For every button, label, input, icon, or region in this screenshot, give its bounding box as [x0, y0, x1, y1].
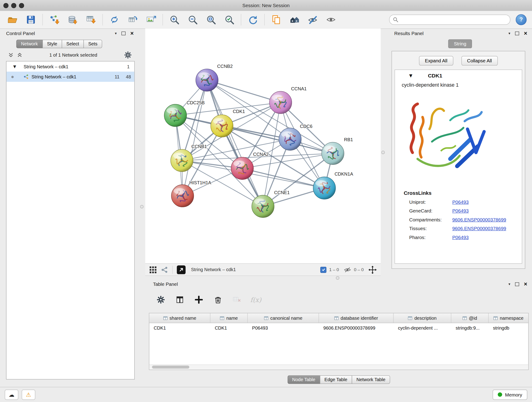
- panel-menu-icon[interactable]: ▾: [115, 31, 117, 36]
- export-image-button[interactable]: [143, 12, 159, 27]
- network-node-CDC6[interactable]: CDC6: [279, 124, 312, 150]
- cell-id[interactable]: stringdb:9...: [451, 325, 489, 330]
- import-table-button[interactable]: [83, 12, 99, 27]
- cell-database-identifier[interactable]: 9606.ENSP00000378699: [319, 325, 394, 330]
- delete-column-button[interactable]: [211, 293, 224, 306]
- panel-float-icon[interactable]: [515, 32, 519, 35]
- open-session-button[interactable]: [4, 12, 21, 27]
- copy-button[interactable]: [268, 12, 284, 27]
- network-node-CCNB2[interactable]: CCNB2: [196, 64, 233, 91]
- network-edge-CCNB2-CCNA1[interactable]: [207, 80, 280, 102]
- panel-close-icon[interactable]: ×: [524, 281, 527, 287]
- genecard-link[interactable]: P06493: [452, 208, 469, 214]
- compartments-link[interactable]: 9606.ENSP00000378699: [452, 217, 506, 222]
- column-header[interactable]: name: [210, 313, 248, 323]
- scrollbar-thumb[interactable]: [152, 366, 189, 369]
- network-node-HIST1H1A[interactable]: HIST1H1A: [171, 180, 211, 207]
- apply-layout-button[interactable]: [245, 12, 261, 27]
- column-header[interactable]: description: [394, 313, 451, 323]
- pan-move-icon[interactable]: [368, 266, 377, 274]
- table-row[interactable]: CDK1 CDK1 P06493 9606.ENSP00000378699 cy…: [149, 323, 528, 332]
- network-node-CDKN1A[interactable]: CDKN1A: [313, 172, 353, 199]
- cell-shared-name[interactable]: CDK1: [149, 325, 210, 330]
- cell-description[interactable]: cyclin-dependent ...: [394, 325, 451, 330]
- cell-canonical-name[interactable]: P06493: [248, 325, 319, 330]
- show-graphics-details-button[interactable]: [323, 12, 339, 27]
- panel-close-icon[interactable]: ×: [130, 31, 134, 36]
- tissues-link[interactable]: 9606.ENSP00000378699: [452, 226, 506, 231]
- pharos-link[interactable]: P06493: [452, 235, 469, 240]
- zoom-selected-button[interactable]: [221, 12, 238, 27]
- panel-float-icon[interactable]: [515, 282, 519, 286]
- network-edge-CCNB2-HIST1H1A[interactable]: [183, 80, 207, 196]
- collapse-collection-icon[interactable]: ▼: [13, 64, 16, 69]
- expand-tree-icon[interactable]: [8, 52, 14, 58]
- tab-string[interactable]: String: [448, 39, 472, 48]
- tab-node-table[interactable]: Node Table: [288, 375, 320, 384]
- network-graph[interactable]: CCNB2CCNA1CDC25BCDK1CDC6RB1CCNB1CCNA2CDK…: [145, 28, 381, 263]
- panel-float-icon[interactable]: [121, 32, 126, 35]
- cell-namespace[interactable]: stringdb: [488, 325, 528, 330]
- network-edge-CCNB2-CCNE1[interactable]: [207, 80, 263, 206]
- network-node-CCNA1[interactable]: CCNA1: [269, 86, 307, 114]
- help-button[interactable]: ?: [516, 14, 526, 25]
- delete-table-button[interactable]: [230, 293, 243, 306]
- tab-network-table[interactable]: Network Table: [352, 375, 390, 384]
- uniprot-link[interactable]: P06493: [452, 199, 469, 205]
- collapse-all-button[interactable]: Collapse All: [461, 56, 498, 65]
- hidden-eye-slash-icon[interactable]: [344, 266, 351, 274]
- cloud-button[interactable]: ☁: [5, 389, 18, 400]
- show-columns-button[interactable]: [173, 293, 186, 306]
- save-session-button[interactable]: [23, 12, 39, 27]
- network-canvas[interactable]: CCNB2CCNA1CDC25BCDK1CDC6RB1CCNB1CCNA2CDK…: [145, 28, 381, 263]
- memory-button[interactable]: Memory: [493, 389, 527, 400]
- column-header[interactable]: @id: [451, 313, 489, 323]
- create-column-button[interactable]: [192, 293, 205, 306]
- network-edge-CCNA2-CDKN1A[interactable]: [242, 168, 324, 188]
- zoom-window-button[interactable]: [19, 3, 24, 8]
- panel-menu-icon[interactable]: ▾: [508, 282, 510, 286]
- network-tree-item[interactable]: ● String Network – cdk1 11 48: [6, 71, 134, 82]
- zoom-out-button[interactable]: [185, 12, 201, 27]
- new-table-button[interactable]: [124, 12, 141, 27]
- tab-style[interactable]: Style: [42, 40, 62, 48]
- hide-graphics-details-button[interactable]: [305, 12, 321, 27]
- open-in-new-window-button[interactable]: [177, 265, 186, 274]
- table-settings-button[interactable]: [154, 293, 167, 306]
- left-splitter-handle[interactable]: [140, 205, 144, 208]
- network-node-CCNB1[interactable]: CCNB1: [171, 144, 207, 172]
- expand-all-button[interactable]: Expand All: [419, 56, 453, 65]
- tab-sets[interactable]: Sets: [83, 40, 102, 48]
- cell-name[interactable]: CDK1: [210, 325, 248, 330]
- import-network-database-button[interactable]: [64, 12, 81, 27]
- column-header[interactable]: namespace: [488, 313, 528, 323]
- function-builder-button[interactable]: f(x): [249, 293, 262, 306]
- search-input[interactable]: [400, 17, 507, 22]
- horizontal-scrollbar[interactable]: [149, 364, 528, 370]
- column-header[interactable]: shared name: [149, 313, 210, 323]
- panel-menu-icon[interactable]: ▾: [508, 31, 510, 36]
- home-button[interactable]: [286, 12, 303, 27]
- tab-edge-table[interactable]: Edge Table: [320, 375, 352, 384]
- gear-icon[interactable]: [124, 51, 132, 59]
- zoom-fit-button[interactable]: [203, 12, 219, 27]
- minimize-window-button[interactable]: [11, 3, 16, 8]
- network-node-RB1[interactable]: RB1: [322, 137, 353, 165]
- right-splitter-handle[interactable]: [381, 151, 385, 154]
- collapse-tree-icon[interactable]: [17, 52, 22, 58]
- selected-nodes-checkbox[interactable]: [320, 267, 326, 273]
- network-node-CDK1[interactable]: CDK1: [211, 109, 245, 137]
- network-collection-row[interactable]: ▼ String Network – cdk1 1: [6, 61, 134, 71]
- close-window-button[interactable]: [3, 3, 8, 8]
- tab-network[interactable]: Network: [16, 40, 43, 48]
- birdseye-grid-icon[interactable]: [149, 266, 157, 274]
- collapse-section-icon[interactable]: ▼: [409, 73, 412, 78]
- warnings-button[interactable]: ⚠: [22, 389, 35, 400]
- zoom-in-button[interactable]: [166, 12, 183, 27]
- column-header[interactable]: database identifier: [319, 313, 394, 323]
- new-network-button[interactable]: [106, 12, 123, 27]
- network-badge-icon[interactable]: [161, 266, 168, 274]
- panel-close-icon[interactable]: ×: [524, 31, 527, 36]
- import-network-button[interactable]: [46, 12, 62, 27]
- column-header[interactable]: canonical name: [248, 313, 319, 323]
